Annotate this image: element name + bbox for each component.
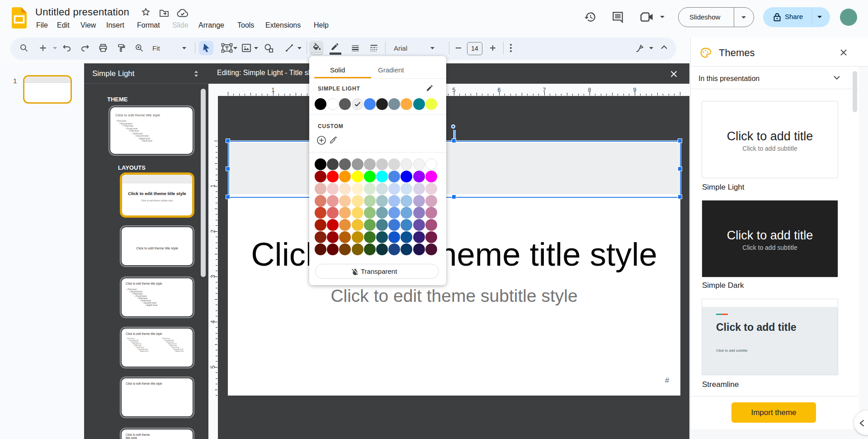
svg-text:8: 8 (588, 87, 591, 93)
svg-text:1: 1 (272, 87, 275, 93)
svg-text:5: 5 (210, 365, 216, 368)
svg-text:3: 3 (210, 275, 216, 278)
svg-text:5: 5 (453, 87, 456, 93)
svg-text:7: 7 (543, 87, 546, 93)
svg-text:1: 1 (210, 184, 216, 187)
svg-text:9: 9 (633, 87, 637, 93)
svg-text:2: 2 (210, 229, 216, 233)
svg-text:4: 4 (210, 320, 216, 323)
svg-text:6: 6 (498, 87, 501, 93)
